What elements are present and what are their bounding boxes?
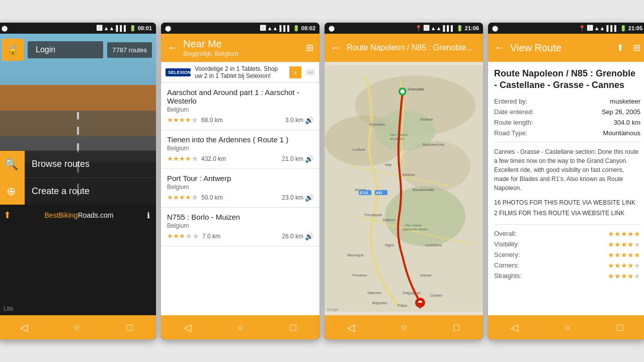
map-svg: Grenoble La Mure Échirolles Modane Bardo… xyxy=(325,62,483,315)
ad-logo: SELEXION xyxy=(166,68,191,76)
signal-icon-2: ▌▌▌ xyxy=(279,25,291,31)
nearby-1: 21.0 km 🔊 xyxy=(282,155,313,163)
route-length-row: Route length: 304.0 km xyxy=(494,119,640,126)
screen3-title: Route Napoleon / N85 : Grenoble... xyxy=(347,43,477,52)
link-1[interactable]: 16 PHOTOS FOR THIS ROUTE VIA WEBSITE LIN… xyxy=(494,198,640,209)
svg-text:Embrun: Embrun xyxy=(403,173,415,176)
back-nav-btn-2[interactable]: ◁ xyxy=(173,321,203,333)
back-arrow-4[interactable]: ← xyxy=(494,41,505,54)
dist-2: 50.0 km xyxy=(201,194,223,201)
divider-1 xyxy=(494,142,640,142)
route-stats-0: ★★★★★ 68.0 km 3.0 km 🔊 xyxy=(167,115,313,125)
svg-text:A51: A51 xyxy=(376,191,382,195)
svg-text:La Mure: La Mure xyxy=(352,148,365,151)
bluetooth-icon-2: 🅱 xyxy=(260,25,266,31)
home-nav-btn-3[interactable]: ○ xyxy=(389,322,419,333)
browse-routes-row[interactable]: 🔍 Browse routes xyxy=(0,150,156,177)
bluetooth-icon-4: 🅱 xyxy=(587,25,593,31)
svg-text:Grasse: Grasse xyxy=(420,274,432,277)
sound-icon-1: 🔊 xyxy=(305,155,313,163)
route-country-2: Belgium xyxy=(167,184,313,191)
back-arrow-2[interactable]: ← xyxy=(167,41,178,54)
brand-name: BestBikingRoads.com xyxy=(45,211,114,219)
route-country-0: Belgium xyxy=(167,106,313,113)
svg-text:Fréjus: Fréjus xyxy=(397,304,408,308)
map-area[interactable]: Grenoble La Mure Échirolles Modane Bardo… xyxy=(325,62,483,315)
date-entered-label: Date entered: xyxy=(494,108,534,116)
back-nav-btn-1[interactable]: ◁ xyxy=(9,321,39,333)
recents-nav-btn-4[interactable]: □ xyxy=(605,322,635,333)
route-name-3: N755 : Borlo - Muizen xyxy=(167,213,313,221)
nearby-3: 26.0 km 🔊 xyxy=(282,232,313,240)
back-nav-btn-3[interactable]: ◁ xyxy=(336,321,366,333)
battery-icon: 🔋 xyxy=(129,25,136,32)
route-name-1: Tienen into the Ardennes ( Route 1 ) xyxy=(167,135,313,144)
rating-scenery-label: Scenery: xyxy=(494,251,520,258)
svg-text:Provence: Provence xyxy=(352,274,367,277)
create-route-row[interactable]: ⊕ Create a route xyxy=(0,177,156,205)
route-country-1: Belgium xyxy=(167,145,313,152)
rating-corners: Corners: ★★★★★ xyxy=(494,261,640,269)
route-links: 16 PHOTOS FOR THIS ROUTE VIA WEBSITE LIN… xyxy=(494,198,640,219)
route-item-2[interactable]: Port Tour : Antwerp Belgium ★★★★★ 50.0 k… xyxy=(161,169,319,208)
signal-icon: ▌▌▌ xyxy=(116,25,127,31)
recents-nav-btn-3[interactable]: □ xyxy=(442,322,472,333)
rating-straights-label: Straights: xyxy=(494,272,522,280)
rating-corners-label: Corners: xyxy=(494,261,519,269)
dist-3: 7.0 km xyxy=(202,233,220,240)
time-4: 21:05 xyxy=(628,25,642,31)
time-2: 08:02 xyxy=(301,25,315,31)
route-name-0: Aarschot and Around part 1 : Aarschot - … xyxy=(167,88,313,105)
route-list: Aarschot and Around part 1 : Aarschot - … xyxy=(161,83,319,315)
bookmark-icon-2[interactable]: ⊞ xyxy=(306,42,313,53)
link-2[interactable]: 2 FILMS FOR THIS ROUTE VIA WEBSITE LINK xyxy=(494,208,640,219)
stars-2: ★★★★ xyxy=(167,194,191,201)
login-button[interactable]: Login xyxy=(28,41,103,58)
svg-point-7 xyxy=(400,89,405,94)
signal-icon-3: ▌▌▌ xyxy=(443,25,454,31)
back-nav-btn-4[interactable]: ◁ xyxy=(500,321,530,333)
recents-nav-btn-2[interactable]: □ xyxy=(278,322,308,333)
ad-chevron[interactable]: › xyxy=(289,66,301,78)
title-group-2: Near Me Begijndijk, Belgium xyxy=(183,38,301,57)
lock-icon[interactable]: 🔒 xyxy=(2,39,24,61)
browse-routes-label: Browse routes xyxy=(25,159,90,169)
svg-text:Grenoble: Grenoble xyxy=(408,87,424,92)
route-item-0[interactable]: Aarschot and Around part 1 : Aarschot - … xyxy=(161,83,319,130)
route-item-3[interactable]: N755 : Borlo - Muizen Belgium ★★★★★ 7.0 … xyxy=(161,208,319,246)
svg-text:Google: Google xyxy=(327,308,339,312)
top-bar-4: ← View Route ⬆ ⊞ xyxy=(488,34,644,62)
status-bar-3: ⬤ 📍 🅱 ▲▲ ▌▌▌ 🔋 21:06 xyxy=(325,23,483,34)
bookmark-icon-4[interactable]: ⊞ xyxy=(633,42,640,53)
ad-text: Voordelige 2 in 1 Tablets. Shop uw 2 in … xyxy=(195,65,285,79)
home-nav-btn-2[interactable]: ○ xyxy=(225,322,256,333)
svg-text:Parc national: Parc national xyxy=(390,133,408,136)
phone-screen-1: ⬤ 🅱 ▲▲ ▌▌▌ 🔋 08:01 🔒 Login 7787 routes xyxy=(0,23,156,339)
info-icon[interactable]: ℹ xyxy=(147,211,150,220)
route-item-1[interactable]: Tienen into the Ardennes ( Route 1 ) Bel… xyxy=(161,130,319,169)
rating-corners-stars: ★★★★★ xyxy=(608,261,640,269)
stars-3: ★★★ xyxy=(167,232,185,240)
home-nav-btn-1[interactable]: ○ xyxy=(62,322,92,333)
recents-nav-btn-1[interactable]: □ xyxy=(115,322,145,333)
screen2-title: Near Me xyxy=(183,38,301,50)
route-country-3: Belgium xyxy=(167,222,313,229)
map-content[interactable]: Grenoble La Mure Échirolles Modane Bardo… xyxy=(325,62,483,315)
pin-icon-3: 📍 xyxy=(415,25,422,32)
back-arrow-3[interactable]: ← xyxy=(331,41,342,54)
wifi-icon-4: ▲▲ xyxy=(594,25,605,31)
battery-icon-3: 🔋 xyxy=(456,25,463,32)
nav-bar-2: ◁ ○ □ xyxy=(161,315,319,339)
home-nav-btn-4[interactable]: ○ xyxy=(552,322,583,333)
wifi-icon-2: ▲▲ xyxy=(267,25,278,31)
stars-1: ★★★★ xyxy=(167,155,191,162)
route-length-value: 304.0 km xyxy=(614,119,640,126)
share-icon[interactable]: ⬆ xyxy=(4,210,11,221)
battery-icon-4: 🔋 xyxy=(620,25,627,32)
lite-label: Lite xyxy=(4,305,150,312)
status-bar-1: ⬤ 🅱 ▲▲ ▌▌▌ 🔋 08:01 xyxy=(0,23,156,34)
share-icon-4[interactable]: ⬆ xyxy=(616,42,624,53)
svg-text:Gap: Gap xyxy=(385,163,391,167)
svg-text:Modane: Modane xyxy=(420,118,433,121)
android-icon-2: ⬤ xyxy=(165,25,171,32)
